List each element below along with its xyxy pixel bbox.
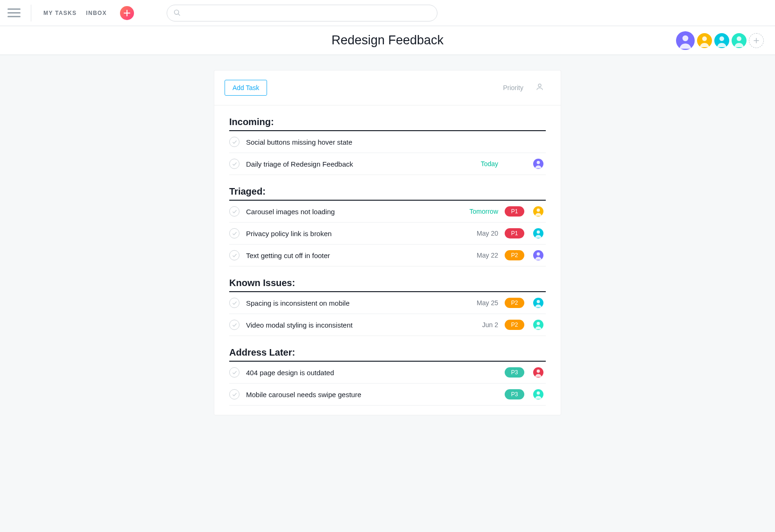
complete-checkbox[interactable]	[229, 389, 240, 399]
task-row[interactable]: Spacing is inconsistent on mobileMay 25P…	[229, 292, 546, 314]
project-members	[676, 31, 764, 50]
svg-line-1	[178, 14, 180, 15]
search-icon	[174, 9, 181, 16]
section-title[interactable]: Incoming:	[229, 117, 546, 131]
task-due-date[interactable]: May 20	[465, 230, 498, 237]
avatar[interactable]	[533, 228, 543, 238]
avatar[interactable]	[533, 320, 543, 330]
task-title[interactable]: Video modal styling is inconsistent	[246, 321, 458, 329]
avatar[interactable]	[697, 33, 712, 48]
svg-point-26	[537, 392, 540, 395]
search-box[interactable]	[167, 5, 437, 21]
priority-pill[interactable]: P2	[505, 298, 524, 308]
project-header: Redesign Feedback	[0, 26, 775, 55]
priority-column-label: Priority	[503, 84, 523, 91]
search-input[interactable]	[184, 9, 430, 17]
avatar[interactable]	[533, 250, 543, 260]
nav-inbox[interactable]: INBOX	[86, 10, 107, 16]
task-row[interactable]: 404 page design is outdatedP3	[229, 362, 546, 384]
add-button[interactable]	[120, 6, 134, 20]
priority-cell[interactable]: P2	[505, 320, 524, 330]
priority-pill[interactable]: P1	[505, 206, 524, 217]
task-title[interactable]: Carousel images not loading	[246, 208, 458, 216]
complete-checkbox[interactable]	[229, 250, 240, 260]
add-task-button[interactable]: Add Task	[225, 80, 267, 96]
section-title[interactable]: Address Later:	[229, 347, 546, 362]
task-title[interactable]: Privacy policy link is broken	[246, 230, 458, 238]
task-panel: Add Task Priority Incoming:Social button…	[214, 70, 561, 415]
task-row[interactable]: Text getting cut off in footerMay 22P2	[229, 245, 546, 266]
complete-checkbox[interactable]	[229, 159, 240, 169]
task-title[interactable]: Spacing is inconsistent on mobile	[246, 299, 458, 307]
complete-checkbox[interactable]	[229, 320, 240, 330]
priority-cell[interactable]: P1	[505, 206, 524, 217]
task-section: Address Later:404 page design is outdate…	[214, 347, 561, 406]
task-title[interactable]: Social buttons missing hover state	[246, 138, 458, 146]
svg-point-5	[702, 36, 707, 41]
assignee-cell[interactable]	[531, 250, 546, 260]
section-title[interactable]: Triaged:	[229, 186, 546, 201]
task-due-date[interactable]: May 22	[465, 252, 498, 259]
priority-cell[interactable]: P3	[505, 367, 524, 378]
avatar[interactable]	[533, 389, 543, 399]
task-due-date[interactable]: Tomorrow	[465, 208, 498, 215]
priority-cell[interactable]: P2	[505, 298, 524, 308]
priority-pill[interactable]: P2	[505, 250, 524, 260]
complete-checkbox[interactable]	[229, 137, 240, 147]
complete-checkbox[interactable]	[229, 206, 240, 217]
avatar[interactable]	[533, 159, 543, 169]
menu-icon[interactable]	[7, 7, 21, 20]
complete-checkbox[interactable]	[229, 228, 240, 238]
add-member-button[interactable]	[749, 33, 764, 48]
priority-cell[interactable]: P2	[505, 250, 524, 260]
assignee-cell[interactable]	[531, 298, 546, 308]
task-row[interactable]: Carousel images not loadingTomorrowP1	[229, 201, 546, 223]
avatar[interactable]	[533, 367, 543, 378]
nav-my-tasks[interactable]: MY TASKS	[43, 10, 77, 16]
avatar[interactable]	[714, 33, 729, 48]
task-section: Triaged:Carousel images not loadingTomor…	[214, 186, 561, 266]
priority-pill[interactable]: P3	[505, 389, 524, 399]
assignee-cell[interactable]	[531, 159, 546, 169]
task-title[interactable]: Daily triage of Redesign Feedback	[246, 160, 458, 168]
assignee-cell[interactable]	[531, 206, 546, 217]
assignee-cell[interactable]	[531, 320, 546, 330]
section-title[interactable]: Known Issues:	[229, 278, 546, 292]
task-section: Incoming:Social buttons missing hover st…	[214, 117, 561, 175]
svg-point-3	[683, 35, 689, 41]
svg-point-16	[537, 231, 540, 234]
top-bar: MY TASKS INBOX	[0, 0, 775, 26]
task-title[interactable]: 404 page design is outdated	[246, 369, 458, 377]
avatar[interactable]	[676, 31, 695, 50]
assignee-cell[interactable]	[531, 389, 546, 399]
search-container	[167, 5, 437, 21]
panel-header: Add Task Priority	[214, 70, 561, 105]
avatar[interactable]	[533, 298, 543, 308]
assignee-cell[interactable]	[531, 367, 546, 378]
priority-cell[interactable]: P1	[505, 228, 524, 238]
priority-pill[interactable]: P2	[505, 320, 524, 330]
task-row[interactable]: Daily triage of Redesign FeedbackToday	[229, 153, 546, 175]
task-due-date[interactable]: May 25	[465, 299, 498, 307]
priority-pill[interactable]: P1	[505, 228, 524, 238]
task-title[interactable]: Text getting cut off in footer	[246, 252, 458, 259]
task-row[interactable]: Mobile carousel needs swipe gestureP3	[229, 384, 546, 406]
svg-point-9	[737, 36, 741, 41]
priority-pill[interactable]: P3	[505, 367, 524, 378]
svg-point-7	[719, 36, 724, 41]
avatar[interactable]	[533, 206, 543, 217]
complete-checkbox[interactable]	[229, 367, 240, 378]
task-row[interactable]: Social buttons missing hover state	[229, 131, 546, 153]
task-due-date[interactable]: Jun 2	[465, 321, 498, 329]
priority-cell[interactable]: P3	[505, 389, 524, 399]
svg-point-12	[537, 161, 540, 164]
plus-icon	[124, 10, 130, 16]
avatar[interactable]	[732, 33, 747, 48]
assignee-cell[interactable]	[531, 228, 546, 238]
task-row[interactable]: Privacy policy link is brokenMay 20P1	[229, 223, 546, 245]
task-row[interactable]: Video modal styling is inconsistentJun 2…	[229, 314, 546, 336]
task-title[interactable]: Mobile carousel needs swipe gesture	[246, 391, 458, 399]
divider	[31, 5, 31, 21]
task-due-date[interactable]: Today	[465, 160, 498, 168]
complete-checkbox[interactable]	[229, 298, 240, 308]
